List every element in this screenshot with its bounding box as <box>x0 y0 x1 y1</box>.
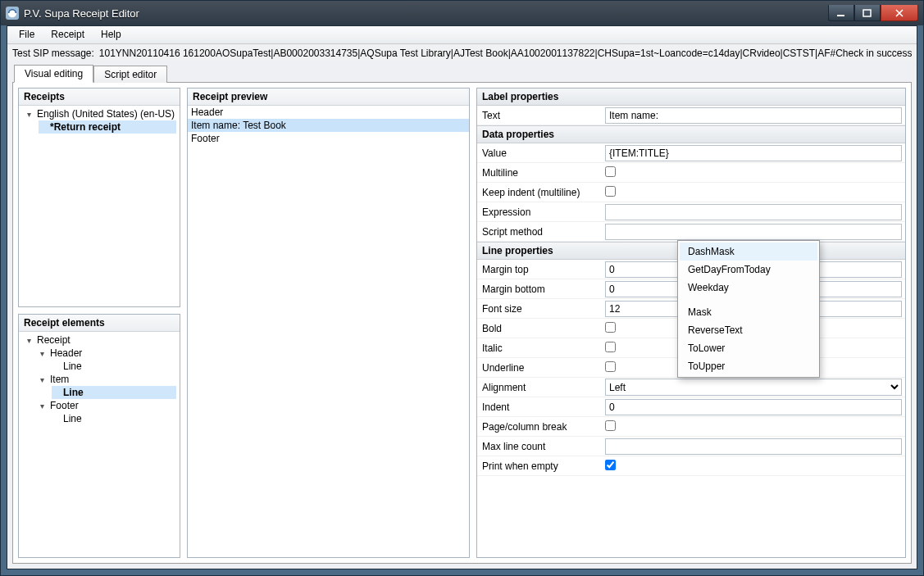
sip-label: Test SIP message: <box>12 48 94 59</box>
option-weekday[interactable]: Weekday <box>680 279 817 297</box>
option-getdayfromtoday[interactable]: GetDayFromToday <box>680 261 817 279</box>
multiline-checkbox[interactable] <box>605 166 616 177</box>
footer-node-label: Footer <box>50 400 79 411</box>
prop-multiline: Multiline <box>477 163 905 183</box>
pagebreak-checkbox[interactable] <box>605 420 616 431</box>
elements-footer-line[interactable]: Line <box>52 412 176 425</box>
preview-line-footer[interactable]: Footer <box>188 132 469 145</box>
middle-column: Receipt preview Header Item name: Test B… <box>187 88 470 558</box>
sip-value[interactable]: 101YNN20110416 161200AOSupaTest|AB000200… <box>99 48 912 59</box>
scriptmethod-dropdown[interactable]: DashMask GetDayFromToday Weekday Mask Re… <box>677 240 820 378</box>
elements-footer-node[interactable]: Footer <box>39 399 176 412</box>
preview-title: Receipt preview <box>188 88 469 106</box>
line-label: Line <box>63 361 82 372</box>
prop-font-size-label: Font size <box>477 302 602 316</box>
return-receipt-label: *Return receipt <box>50 121 121 133</box>
printempty-checkbox[interactable] <box>605 460 616 470</box>
elements-receipt-node[interactable]: Receipt <box>25 333 176 347</box>
close-button[interactable] <box>881 5 918 21</box>
caret-icon <box>40 347 50 359</box>
prop-indent-label: Indent <box>477 400 602 415</box>
receipt-elements-title: Receipt elements <box>19 315 180 332</box>
line-label: Line <box>63 387 84 398</box>
expression-input[interactable] <box>605 204 902 220</box>
prop-underline-label: Underline <box>477 361 602 375</box>
menu-help[interactable]: Help <box>93 26 130 43</box>
left-column: Receipts English (United States) (en-US)… <box>18 88 180 558</box>
tab-script-editor[interactable]: Script editor <box>93 66 167 83</box>
prop-maxline-label: Max line count <box>477 439 602 454</box>
titlebar: P.V. Supa Receipt Editor <box>1 1 923 25</box>
app-icon <box>6 7 19 20</box>
menu-receipt[interactable]: Receipt <box>43 26 93 43</box>
alignment-select[interactable]: Left <box>605 379 902 396</box>
maxline-input[interactable] <box>605 438 902 455</box>
menu-file[interactable]: File <box>11 26 43 43</box>
minimize-button[interactable] <box>828 5 854 21</box>
data-properties-head: Data properties <box>477 125 905 143</box>
locale-label: English (United States) (en-US) <box>37 108 175 120</box>
header-node-label: Header <box>50 347 82 359</box>
preview-body: Header Item name: Test Book Footer <box>188 106 469 557</box>
preview-line-header[interactable]: Header <box>188 106 469 119</box>
receipt-node-label: Receipt <box>37 334 71 346</box>
prop-bold-label: Bold <box>477 321 602 336</box>
prop-italic-label: Italic <box>477 341 602 356</box>
elements-header-node[interactable]: Header <box>39 347 176 360</box>
window-controls <box>828 5 918 21</box>
elements-item-node[interactable]: Item <box>39 373 176 386</box>
window-title: P.V. Supa Receipt Editor <box>24 7 823 20</box>
caret-icon <box>40 400 50 411</box>
prop-text: Text <box>477 106 905 125</box>
preview-panel: Receipt preview Header Item name: Test B… <box>187 88 470 558</box>
prop-maxline: Max line count <box>477 437 905 456</box>
option-dashmask[interactable]: DashMask <box>680 243 817 261</box>
underline-checkbox[interactable] <box>605 361 616 372</box>
preview-list[interactable]: Header Item name: Test Book Footer <box>188 106 469 145</box>
tree-return-receipt[interactable]: *Return receipt <box>39 120 176 134</box>
option-tolower[interactable]: ToLower <box>680 339 817 357</box>
scriptmethod-input[interactable] <box>605 224 902 240</box>
option-mask[interactable]: Mask <box>680 303 817 321</box>
preview-line-item[interactable]: Item name: Test Book <box>188 119 469 132</box>
keepindent-checkbox[interactable] <box>605 186 616 197</box>
svg-rect-1 <box>837 15 844 16</box>
elements-header-line[interactable]: Line <box>52 360 176 373</box>
prop-alignment-label: Alignment <box>477 380 602 395</box>
tree-locale-node[interactable]: English (United States) (en-US) <box>25 107 176 120</box>
line-label: Line <box>63 413 82 424</box>
option-toupper[interactable]: ToUpper <box>680 357 817 375</box>
text-input[interactable] <box>605 107 902 124</box>
label-properties-head: Label properties <box>477 88 905 106</box>
menubar: File Receipt Help <box>7 26 917 44</box>
receipts-panel: Receipts English (United States) (en-US)… <box>18 88 180 307</box>
bold-checkbox[interactable] <box>605 322 616 333</box>
receipts-tree[interactable]: English (United States) (en-US) *Return … <box>19 106 180 306</box>
tab-visual-editing[interactable]: Visual editing <box>14 65 93 83</box>
prop-pagebreak: Page/column break <box>477 417 905 437</box>
indent-input[interactable] <box>605 399 902 415</box>
maximize-button[interactable] <box>854 5 881 21</box>
option-reversetext[interactable]: ReverseText <box>680 321 817 339</box>
prop-keepindent-label: Keep indent (multiline) <box>477 185 602 200</box>
caret-icon <box>27 108 37 120</box>
prop-expression-label: Expression <box>477 205 602 220</box>
receipts-panel-title: Receipts <box>19 88 180 106</box>
prop-value-label: Value <box>477 146 602 161</box>
prop-multiline-label: Multiline <box>477 166 602 180</box>
sip-row: Test SIP message: 101YNN20110416 161200A… <box>7 44 917 61</box>
item-node-label: Item <box>50 374 69 385</box>
elements-item-line[interactable]: Line <box>52 386 176 399</box>
italic-checkbox[interactable] <box>605 342 616 352</box>
value-input[interactable] <box>605 145 902 161</box>
prop-keepindent: Keep indent (multiline) <box>477 183 905 202</box>
tabstrip: Visual editing Script editor <box>7 62 917 82</box>
prop-expression: Expression <box>477 202 905 222</box>
elements-tree[interactable]: Receipt Header Line Item Line <box>19 332 180 557</box>
caret-icon <box>27 334 37 346</box>
prop-margin-bottom-label: Margin bottom <box>477 282 602 297</box>
prop-scriptmethod-label: Script method <box>477 225 602 239</box>
caret-icon <box>40 374 50 385</box>
prop-indent: Indent <box>477 397 905 417</box>
svg-rect-2 <box>863 10 871 16</box>
